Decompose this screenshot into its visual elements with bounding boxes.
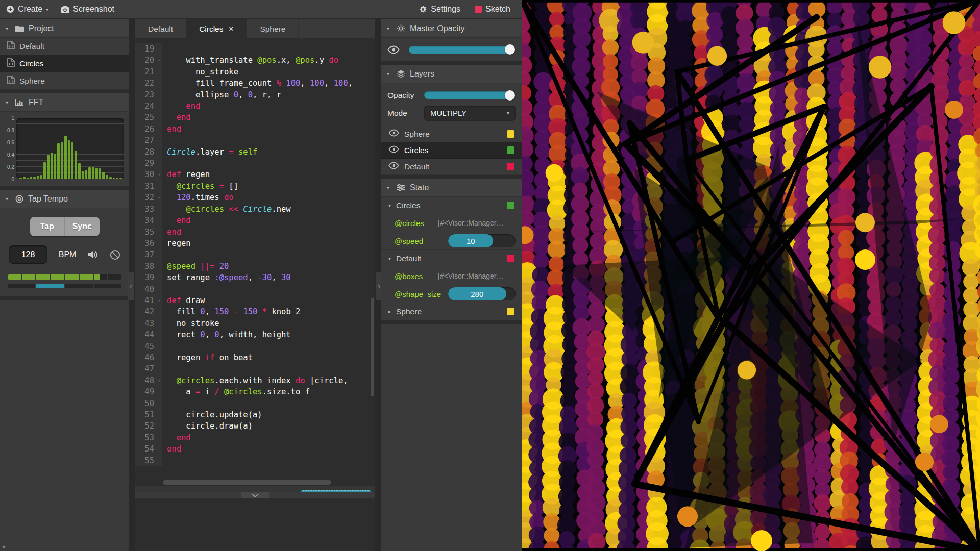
state-group-label: Sphere: [396, 307, 422, 316]
eye-icon[interactable]: [388, 145, 399, 155]
line-number: 32▾: [135, 192, 162, 203]
line-number: 26: [135, 123, 162, 135]
state-var-name: @boxes: [395, 272, 423, 281]
state-group-default[interactable]: ▾Default: [381, 250, 522, 267]
code-text: @circles = []: [162, 181, 238, 192]
layer-name: Circles: [404, 146, 428, 155]
fft-panel-header[interactable]: ▾ FFT: [0, 93, 129, 112]
chevron-right-icon[interactable]: ▸: [3, 543, 6, 550]
code-lines: 19 20▾ with_translate @pos.x, @pos.y do2…: [135, 43, 375, 466]
fft-gridline: [16, 179, 124, 179]
layer-opacity-slider[interactable]: [424, 91, 513, 99]
project-panel-header[interactable]: ▾ Project: [0, 19, 129, 38]
ban-icon[interactable]: [110, 249, 120, 260]
chevron-down-icon: ▾: [388, 256, 391, 261]
settings-button[interactable]: Settings: [412, 5, 467, 14]
layer-row-circles[interactable]: Circles: [381, 142, 522, 159]
slider-knob[interactable]: [505, 44, 515, 55]
fft-bar: [85, 170, 88, 179]
sidebar-item-default[interactable]: Default: [0, 38, 129, 55]
sidebar-item-sphere[interactable]: Sphere: [0, 72, 129, 90]
bpm-input[interactable]: [9, 245, 47, 264]
layers-panel: ▾ Layers Opacity Mode MULTIPLY ▾ SphereC…: [381, 65, 522, 179]
line-number: 31: [135, 181, 162, 192]
layer-color-square[interactable]: [507, 130, 514, 138]
state-panel: ▾ State ▾Circles@circles[#<Visor::Manage…: [381, 179, 522, 324]
code-line: 55: [135, 455, 375, 466]
layer-color-square[interactable]: [507, 163, 514, 170]
bpm-label: BPM: [59, 250, 77, 259]
code-line: 37: [135, 249, 375, 260]
state-var-value: [#<Visor::Manager…: [438, 272, 516, 280]
blend-mode-select[interactable]: MULTIPLY ▾: [424, 106, 516, 121]
fold-marker-icon[interactable]: ▾: [158, 55, 160, 66]
state-var-name: @circles: [395, 219, 424, 228]
horizontal-splitter[interactable]: [135, 492, 375, 498]
eye-icon[interactable]: [388, 129, 399, 139]
editor-tab-bar: DefaultCircles✕Sphere: [135, 19, 375, 38]
state-header[interactable]: ▾ State: [381, 179, 522, 197]
sync-button[interactable]: Sync: [65, 217, 100, 236]
fold-marker-icon[interactable]: ▾: [158, 192, 160, 204]
code-line: 49 a = i / @circles.size.to_f: [135, 386, 375, 397]
settings-label: Settings: [431, 5, 460, 14]
state-var-row: @speed10: [381, 232, 522, 250]
code-line: 23 ellipse 0, 0, r, r: [135, 89, 375, 101]
chevron-down-icon: ▾: [6, 26, 11, 31]
fft-bar: [47, 155, 50, 179]
top-toolbar: Create ▾ Screenshot Settings Sketch: [0, 0, 522, 19]
create-button[interactable]: Create ▾: [0, 0, 55, 18]
file-code-icon: [7, 58, 15, 69]
fft-tick-label: 0.8: [7, 128, 14, 133]
fold-marker-icon[interactable]: ▾: [158, 295, 160, 307]
state-group-sphere[interactable]: ▸Sphere: [381, 303, 522, 320]
state-var-slider[interactable]: 10: [448, 234, 516, 247]
tab-label: Sphere: [260, 24, 285, 34]
tab-default[interactable]: Default: [135, 19, 186, 38]
tap-tempo-panel-header[interactable]: ▾ Tap Tempo: [0, 190, 129, 208]
horizontal-scrollbar-thumb[interactable]: [163, 480, 331, 485]
slider-knob[interactable]: [505, 90, 515, 101]
layers-header[interactable]: ▾ Layers: [381, 65, 522, 83]
sidebar-item-label: Default: [19, 42, 44, 51]
fft-plot-area: [16, 118, 124, 179]
close-tab-icon[interactable]: ✕: [229, 25, 234, 33]
layer-row-default[interactable]: Default: [381, 159, 522, 175]
line-number: 38: [135, 261, 162, 272]
tab-circles[interactable]: Circles✕: [186, 19, 247, 38]
vertical-scrollbar-thumb[interactable]: [371, 298, 374, 396]
sketch-button[interactable]: Sketch: [469, 5, 517, 14]
state-var-slider[interactable]: 280: [448, 287, 516, 300]
master-opacity-header[interactable]: ▾ Master Opacity: [381, 19, 522, 38]
line-number: 29: [135, 158, 162, 169]
sidebar-item-circles[interactable]: Circles: [0, 55, 129, 72]
master-opacity-slider[interactable]: [409, 46, 513, 54]
eye-icon[interactable]: [388, 162, 399, 171]
fold-marker-icon[interactable]: ▾: [158, 169, 160, 181]
state-var-name: @shape_size: [395, 290, 441, 298]
tap-button[interactable]: Tap: [30, 217, 65, 236]
code-editor[interactable]: 19 20▾ with_translate @pos.x, @pos.y do2…: [135, 38, 375, 486]
fft-tick-label: 0.2: [7, 164, 14, 170]
line-number: 49: [135, 386, 162, 397]
state-group-label: Circles: [396, 201, 420, 210]
line-number: 47: [135, 363, 162, 374]
code-line: 24 end: [135, 101, 375, 112]
code-text: with_translate @pos.x, @pos.y do: [162, 55, 338, 66]
fft-tick-label: 0.6: [7, 140, 14, 145]
code-text: ellipse 0, 0, r, r: [162, 89, 281, 101]
output-console-panel: [135, 498, 375, 551]
layer-row-sphere[interactable]: Sphere: [381, 126, 522, 142]
code-text: def draw: [162, 295, 205, 306]
layer-color-square[interactable]: [507, 146, 514, 154]
state-title: State: [410, 183, 429, 192]
code-line: 25 end: [135, 112, 375, 123]
eye-icon[interactable]: [387, 45, 400, 54]
tab-sphere[interactable]: Sphere: [247, 19, 299, 38]
collapse-sidebar-handle[interactable]: ‹: [128, 272, 134, 300]
fft-bar: [30, 177, 32, 179]
fold-marker-icon[interactable]: ▾: [158, 375, 160, 387]
volume-icon[interactable]: [87, 250, 99, 259]
screenshot-button[interactable]: Screenshot: [55, 0, 120, 18]
state-group-circles[interactable]: ▾Circles: [381, 197, 522, 214]
